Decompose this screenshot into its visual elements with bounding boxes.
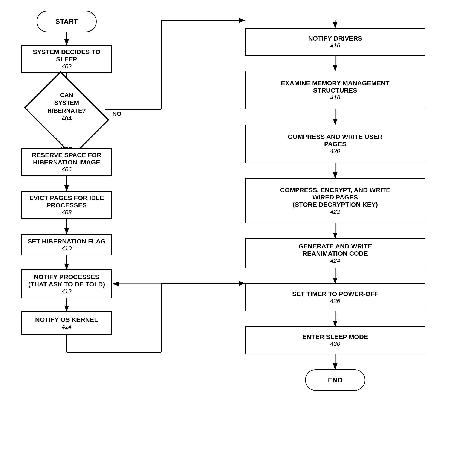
node-426: SET TIMER TO POWER-OFF 426 bbox=[245, 283, 425, 311]
node-414: NOTIFY OS KERNEL 414 bbox=[21, 311, 112, 335]
node-418: EXAMINE MEMORY MANAGEMENT STRUCTURES 418 bbox=[245, 71, 425, 109]
node-420: COMPRESS AND WRITE USER PAGES 420 bbox=[245, 124, 425, 163]
end-node: END bbox=[305, 369, 365, 391]
no-label: NO bbox=[112, 110, 121, 117]
node-406: RESERVE SPACE FOR HIBERNATION IMAGE 406 bbox=[21, 148, 112, 176]
node-422: COMPRESS, ENCRYPT, AND WRITE WIRED PAGES… bbox=[245, 178, 425, 223]
node-402: SYSTEM DECIDES TO SLEEP 402 bbox=[21, 45, 112, 73]
node-404-container: CAN SYSTEM HIBERNATE? 404 NO YES bbox=[21, 85, 112, 143]
node-404-diamond bbox=[24, 71, 109, 156]
node-408: EVICT PAGES FOR IDLE PROCESSES 408 bbox=[21, 191, 112, 219]
node-410: SET HIBERNATION FLAG 410 bbox=[21, 234, 112, 255]
node-412: NOTIFY PROCESSES (THAT ASK TO BE TOLD) 4… bbox=[21, 270, 112, 298]
flowchart: START SYSTEM DECIDES TO SLEEP 402 CAN SY… bbox=[0, 0, 474, 476]
node-430: ENTER SLEEP MODE 430 bbox=[245, 326, 425, 354]
start-node: START bbox=[36, 11, 97, 32]
node-424: GENERATE AND WRITE REANIMATION CODE 424 bbox=[245, 238, 425, 268]
node-416: NOTIFY DRIVERS 416 bbox=[245, 28, 425, 56]
